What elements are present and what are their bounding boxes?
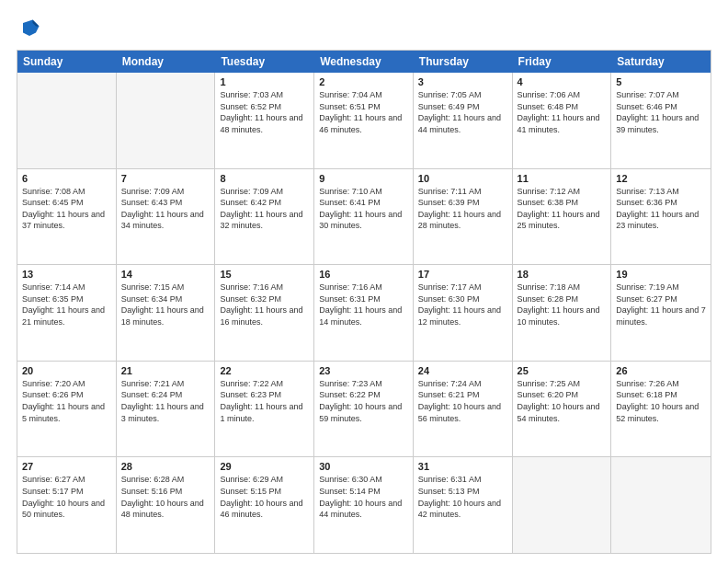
generalblue-logo-icon xyxy=(17,17,42,42)
day-cell: 29Sunrise: 6:29 AM Sunset: 5:15 PM Dayli… xyxy=(215,457,314,553)
day-number: 22 xyxy=(220,365,309,376)
weekday-header: Monday xyxy=(117,51,216,73)
day-info: Sunrise: 7:22 AM Sunset: 6:23 PM Dayligh… xyxy=(220,378,309,424)
day-info: Sunrise: 7:16 AM Sunset: 6:32 PM Dayligh… xyxy=(220,282,309,327)
calendar-row: 6Sunrise: 7:08 AM Sunset: 6:45 PM Daylig… xyxy=(17,169,711,266)
day-number: 26 xyxy=(616,365,706,376)
empty-cell xyxy=(513,457,612,553)
day-info: Sunrise: 7:11 AM Sunset: 6:39 PM Dayligh… xyxy=(418,186,507,232)
day-number: 10 xyxy=(418,173,507,184)
day-info: Sunrise: 7:06 AM Sunset: 6:48 PM Dayligh… xyxy=(518,89,607,135)
day-info: Sunrise: 7:19 AM Sunset: 6:27 PM Dayligh… xyxy=(616,282,706,327)
day-cell: 16Sunrise: 7:16 AM Sunset: 6:31 PM Dayli… xyxy=(314,265,414,361)
day-info: Sunrise: 7:09 AM Sunset: 6:43 PM Dayligh… xyxy=(121,186,210,232)
day-number: 27 xyxy=(22,461,111,472)
day-number: 9 xyxy=(319,173,408,184)
day-info: Sunrise: 7:13 AM Sunset: 6:36 PM Dayligh… xyxy=(616,186,706,232)
day-info: Sunrise: 7:04 AM Sunset: 6:51 PM Dayligh… xyxy=(319,89,408,135)
day-cell: 2Sunrise: 7:04 AM Sunset: 6:51 PM Daylig… xyxy=(314,73,414,168)
calendar-header: SundayMondayTuesdayWednesdayThursdayFrid… xyxy=(17,51,711,73)
day-number: 13 xyxy=(22,269,111,280)
calendar-body: 1Sunrise: 7:03 AM Sunset: 6:52 PM Daylig… xyxy=(17,73,711,553)
day-info: Sunrise: 7:21 AM Sunset: 6:24 PM Dayligh… xyxy=(121,378,210,424)
weekday-header: Thursday xyxy=(414,51,513,73)
day-cell: 20Sunrise: 7:20 AM Sunset: 6:26 PM Dayli… xyxy=(17,362,117,457)
weekday-header: Tuesday xyxy=(215,51,314,73)
day-cell: 28Sunrise: 6:28 AM Sunset: 5:16 PM Dayli… xyxy=(117,457,216,553)
day-cell: 13Sunrise: 7:14 AM Sunset: 6:35 PM Dayli… xyxy=(17,265,117,361)
day-number: 7 xyxy=(121,173,210,184)
day-cell: 25Sunrise: 7:25 AM Sunset: 6:20 PM Dayli… xyxy=(513,362,612,457)
calendar-row: 13Sunrise: 7:14 AM Sunset: 6:35 PM Dayli… xyxy=(17,265,711,362)
day-number: 3 xyxy=(418,76,507,87)
day-cell: 10Sunrise: 7:11 AM Sunset: 6:39 PM Dayli… xyxy=(414,169,513,265)
weekday-header: Sunday xyxy=(17,51,117,73)
weekday-header: Saturday xyxy=(611,51,711,73)
day-info: Sunrise: 7:17 AM Sunset: 6:30 PM Dayligh… xyxy=(418,282,507,327)
day-info: Sunrise: 7:05 AM Sunset: 6:49 PM Dayligh… xyxy=(418,89,507,135)
day-info: Sunrise: 6:27 AM Sunset: 5:17 PM Dayligh… xyxy=(22,474,111,520)
day-cell: 18Sunrise: 7:18 AM Sunset: 6:28 PM Dayli… xyxy=(513,265,612,361)
day-info: Sunrise: 7:14 AM Sunset: 6:35 PM Dayligh… xyxy=(22,282,111,327)
day-number: 2 xyxy=(319,76,408,87)
page: SundayMondayTuesdayWednesdayThursdayFrid… xyxy=(0,0,728,563)
day-info: Sunrise: 6:29 AM Sunset: 5:15 PM Dayligh… xyxy=(220,474,309,520)
day-cell: 23Sunrise: 7:23 AM Sunset: 6:22 PM Dayli… xyxy=(314,362,414,457)
day-number: 8 xyxy=(220,173,309,184)
day-cell: 7Sunrise: 7:09 AM Sunset: 6:43 PM Daylig… xyxy=(117,169,216,265)
day-cell: 27Sunrise: 6:27 AM Sunset: 5:17 PM Dayli… xyxy=(17,457,117,553)
day-info: Sunrise: 7:23 AM Sunset: 6:22 PM Dayligh… xyxy=(319,378,408,424)
day-number: 25 xyxy=(518,365,607,376)
day-info: Sunrise: 7:10 AM Sunset: 6:41 PM Dayligh… xyxy=(319,186,408,232)
empty-cell xyxy=(611,457,711,553)
header xyxy=(17,17,711,42)
day-number: 1 xyxy=(220,76,309,87)
day-number: 19 xyxy=(616,269,706,280)
day-cell: 6Sunrise: 7:08 AM Sunset: 6:45 PM Daylig… xyxy=(17,169,117,265)
day-cell: 11Sunrise: 7:12 AM Sunset: 6:38 PM Dayli… xyxy=(513,169,612,265)
calendar-row: 1Sunrise: 7:03 AM Sunset: 6:52 PM Daylig… xyxy=(17,73,711,169)
day-number: 5 xyxy=(616,76,706,87)
day-cell: 22Sunrise: 7:22 AM Sunset: 6:23 PM Dayli… xyxy=(215,362,314,457)
logo xyxy=(17,17,46,42)
day-info: Sunrise: 6:31 AM Sunset: 5:13 PM Dayligh… xyxy=(418,474,507,520)
calendar: SundayMondayTuesdayWednesdayThursdayFrid… xyxy=(17,50,711,554)
day-number: 14 xyxy=(121,269,210,280)
day-info: Sunrise: 7:24 AM Sunset: 6:21 PM Dayligh… xyxy=(418,378,507,424)
day-cell: 1Sunrise: 7:03 AM Sunset: 6:52 PM Daylig… xyxy=(215,73,314,168)
day-cell: 14Sunrise: 7:15 AM Sunset: 6:34 PM Dayli… xyxy=(117,265,216,361)
day-number: 11 xyxy=(518,173,607,184)
day-cell: 12Sunrise: 7:13 AM Sunset: 6:36 PM Dayli… xyxy=(611,169,711,265)
day-cell: 8Sunrise: 7:09 AM Sunset: 6:42 PM Daylig… xyxy=(215,169,314,265)
day-info: Sunrise: 7:08 AM Sunset: 6:45 PM Dayligh… xyxy=(22,186,111,232)
day-number: 28 xyxy=(121,461,210,472)
empty-cell xyxy=(117,73,216,168)
day-info: Sunrise: 7:20 AM Sunset: 6:26 PM Dayligh… xyxy=(22,378,111,424)
weekday-header: Friday xyxy=(513,51,612,73)
day-number: 20 xyxy=(22,365,111,376)
day-cell: 5Sunrise: 7:07 AM Sunset: 6:46 PM Daylig… xyxy=(611,73,711,168)
day-cell: 15Sunrise: 7:16 AM Sunset: 6:32 PM Dayli… xyxy=(215,265,314,361)
day-info: Sunrise: 6:30 AM Sunset: 5:14 PM Dayligh… xyxy=(319,474,408,520)
day-cell: 19Sunrise: 7:19 AM Sunset: 6:27 PM Dayli… xyxy=(611,265,711,361)
day-info: Sunrise: 7:12 AM Sunset: 6:38 PM Dayligh… xyxy=(518,186,607,232)
day-info: Sunrise: 7:07 AM Sunset: 6:46 PM Dayligh… xyxy=(616,89,706,135)
day-cell: 3Sunrise: 7:05 AM Sunset: 6:49 PM Daylig… xyxy=(414,73,513,168)
svg-marker-0 xyxy=(23,20,40,37)
empty-cell xyxy=(17,73,117,168)
day-info: Sunrise: 7:26 AM Sunset: 6:18 PM Dayligh… xyxy=(616,378,706,424)
day-number: 6 xyxy=(22,173,111,184)
day-cell: 9Sunrise: 7:10 AM Sunset: 6:41 PM Daylig… xyxy=(314,169,414,265)
day-number: 4 xyxy=(518,76,607,87)
day-number: 31 xyxy=(418,461,507,472)
day-info: Sunrise: 7:25 AM Sunset: 6:20 PM Dayligh… xyxy=(518,378,607,424)
day-number: 16 xyxy=(319,269,408,280)
day-number: 18 xyxy=(518,269,607,280)
day-cell: 24Sunrise: 7:24 AM Sunset: 6:21 PM Dayli… xyxy=(414,362,513,457)
day-number: 17 xyxy=(418,269,507,280)
day-info: Sunrise: 7:18 AM Sunset: 6:28 PM Dayligh… xyxy=(518,282,607,327)
day-info: Sunrise: 6:28 AM Sunset: 5:16 PM Dayligh… xyxy=(121,474,210,520)
day-cell: 17Sunrise: 7:17 AM Sunset: 6:30 PM Dayli… xyxy=(414,265,513,361)
calendar-row: 20Sunrise: 7:20 AM Sunset: 6:26 PM Dayli… xyxy=(17,362,711,458)
day-cell: 31Sunrise: 6:31 AM Sunset: 5:13 PM Dayli… xyxy=(414,457,513,553)
